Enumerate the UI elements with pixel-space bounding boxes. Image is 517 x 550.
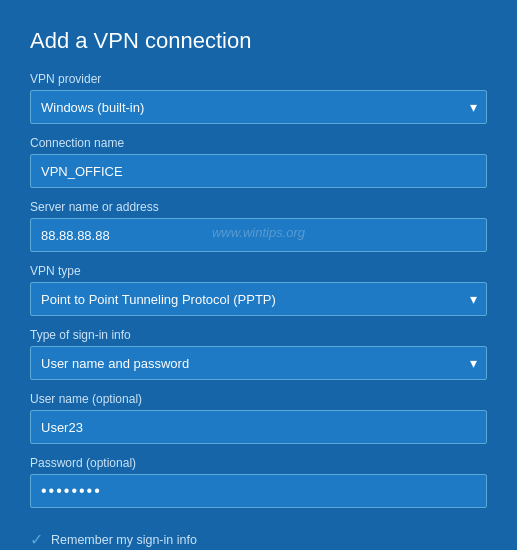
password-input[interactable] bbox=[30, 474, 487, 508]
signin-info-select-wrapper: User name and password bbox=[30, 346, 487, 380]
dialog-container: Add a VPN connection VPN provider Window… bbox=[0, 0, 517, 550]
remember-signin-row[interactable]: ✓ Remember my sign-in info bbox=[30, 530, 487, 549]
signin-info-label: Type of sign-in info bbox=[30, 328, 487, 342]
username-input[interactable] bbox=[30, 410, 487, 444]
password-label: Password (optional) bbox=[30, 456, 487, 470]
password-group: Password (optional) bbox=[30, 456, 487, 508]
server-name-label: Server name or address bbox=[30, 200, 487, 214]
remember-signin-label: Remember my sign-in info bbox=[51, 533, 197, 547]
vpn-type-label: VPN type bbox=[30, 264, 487, 278]
vpn-provider-label: VPN provider bbox=[30, 72, 487, 86]
connection-name-group: Connection name bbox=[30, 136, 487, 188]
username-label: User name (optional) bbox=[30, 392, 487, 406]
connection-name-label: Connection name bbox=[30, 136, 487, 150]
server-name-group: Server name or address bbox=[30, 200, 487, 252]
signin-info-select[interactable]: User name and password bbox=[30, 346, 487, 380]
vpn-type-select[interactable]: Point to Point Tunneling Protocol (PPTP) bbox=[30, 282, 487, 316]
signin-info-group: Type of sign-in info User name and passw… bbox=[30, 328, 487, 380]
vpn-provider-select[interactable]: Windows (built-in) bbox=[30, 90, 487, 124]
vpn-type-group: VPN type Point to Point Tunneling Protoc… bbox=[30, 264, 487, 316]
checkmark-icon: ✓ bbox=[30, 530, 43, 549]
vpn-type-select-wrapper: Point to Point Tunneling Protocol (PPTP) bbox=[30, 282, 487, 316]
vpn-provider-group: VPN provider Windows (built-in) bbox=[30, 72, 487, 124]
vpn-provider-select-wrapper: Windows (built-in) bbox=[30, 90, 487, 124]
dialog-title: Add a VPN connection bbox=[30, 28, 487, 54]
username-group: User name (optional) bbox=[30, 392, 487, 444]
connection-name-input[interactable] bbox=[30, 154, 487, 188]
server-name-input[interactable] bbox=[30, 218, 487, 252]
